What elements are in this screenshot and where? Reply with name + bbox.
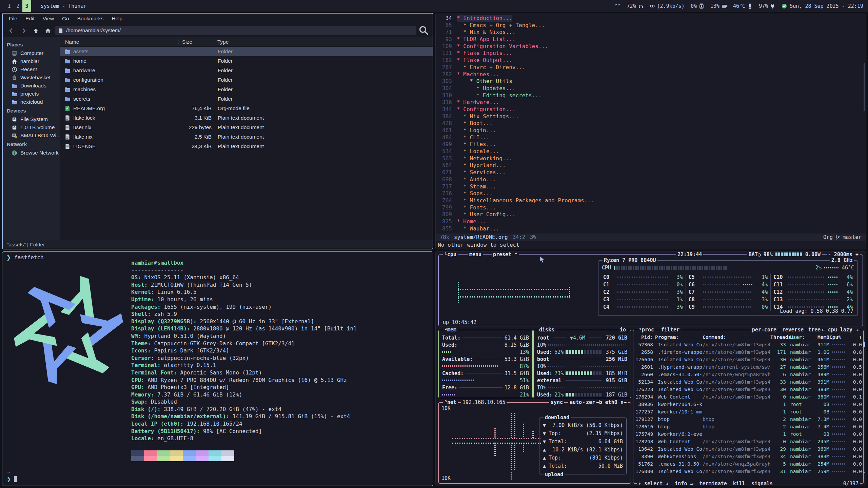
terminal-window[interactable]: ❯ fastfetch nambiar@smallbox------------…: [2, 251, 433, 486]
filter-button[interactable]: filter: [660, 327, 681, 333]
workspace-button-3[interactable]: 3: [22, 0, 31, 12]
workspace-button-1[interactable]: 1: [5, 0, 14, 12]
workspace-button-2[interactable]: 2: [14, 0, 22, 12]
process-row[interactable]: 179127btopbtop2nambiar7.3M0.0: [633, 415, 863, 423]
disks-box-label[interactable]: disks: [538, 327, 556, 333]
process-table-header[interactable]: Pid:Program:Command:Threads:User:MemBCpu…: [633, 333, 863, 341]
proc-action-terminate[interactable]: terminate: [699, 481, 727, 486]
proc-header-program[interactable]: Program:: [655, 334, 703, 340]
status-module-cpu[interactable]: 0%: [691, 3, 704, 9]
proc-action-select[interactable]: ↑ select ↓: [638, 481, 669, 486]
status-module-idle-inhibitor[interactable]: ᶻᶻ: [614, 3, 620, 9]
process-row[interactable]: 178248Web Content/nix/store/sm8fmrf3wps4…: [633, 438, 863, 445]
proc-header-command[interactable]: Command:: [703, 334, 770, 340]
sidebar-item-browse-network[interactable]: Browse Network: [3, 149, 60, 157]
menu-go[interactable]: Go: [59, 15, 73, 23]
sidebar-item-smallbox-wi-[interactable]: SMALLBOX Wi...: [3, 131, 60, 140]
preset-button[interactable]: preset *: [492, 251, 519, 258]
file-row-hardware[interactable]: hardwareFolder: [60, 66, 433, 75]
status-module-battery[interactable]: 97%: [759, 3, 775, 9]
mem-box-label[interactable]: ²mem: [443, 327, 458, 333]
emacs-scrollbar[interactable]: [864, 13, 865, 233]
menu-edit[interactable]: Edit: [22, 15, 38, 23]
up-button[interactable]: [31, 26, 41, 35]
file-row-flake-nix[interactable]: flake.nix2,5 KiBPlain text document: [60, 132, 433, 142]
proc-box-label[interactable]: ⁴proc: [637, 327, 655, 333]
per-core-toggle[interactable]: per-core: [751, 327, 778, 333]
forward-button[interactable]: [18, 26, 28, 35]
status-module-memory[interactable]: 13%: [710, 3, 727, 9]
file-row-user-nix[interactable]: user.nix229 bytesPlain text document: [60, 123, 433, 132]
proc-header-cpu[interactable]: Cpu%: [829, 334, 849, 340]
menu-button[interactable]: menu: [468, 251, 483, 258]
sidebar-item-downloads[interactable]: Downloads: [3, 82, 60, 90]
net-auto-toggle[interactable]: auto: [568, 399, 583, 405]
file-row-flake-lock[interactable]: flake.lock3,1 KiBPlain text document: [60, 113, 433, 123]
proc-action-info[interactable]: info ↵: [675, 481, 693, 486]
proc-header-[interactable]: ↑: [849, 334, 862, 340]
sidebar-item-computer[interactable]: Computer: [3, 49, 60, 57]
process-row[interactable]: 176223Isolated Web Co/nix/store/sm8fmrf3…: [633, 386, 863, 393]
net-sync-toggle[interactable]: sync: [549, 399, 564, 405]
file-row-home[interactable]: homeFolder: [60, 56, 433, 66]
cpu-box-label[interactable]: ¹cpu: [443, 251, 458, 258]
column-header-name[interactable]: Name: [60, 39, 178, 45]
file-row-machines[interactable]: machinesFolder: [60, 85, 433, 94]
process-row[interactable]: 175749kworker/6:2-even1root0B0.0: [633, 430, 863, 438]
sidebar-item-1-0-tb-volume[interactable]: 1,0 TB Volume: [3, 123, 60, 131]
proc-action-signals[interactable]: signals: [751, 481, 773, 486]
status-module-updates[interactable]: [782, 3, 787, 9]
sidebar-item-projects[interactable]: projects: [3, 90, 60, 98]
status-module-temperature[interactable]: 46°C: [733, 3, 753, 9]
file-row-readme-org[interactable]: README.org76,4 KiBOrg-mode file: [60, 104, 433, 113]
process-row[interactable]: 176646Isolated Web Co/nix/store/sm8fmrf3…: [633, 356, 863, 363]
io-toggle[interactable]: io: [618, 327, 627, 333]
tree-toggle[interactable]: tree: [807, 327, 822, 333]
proc-header-memb[interactable]: MemB: [812, 334, 829, 340]
menu-view[interactable]: View: [39, 15, 57, 23]
emacs-buffer[interactable]: 34* Introduction...65 * Emacs + Org + Ta…: [436, 13, 866, 233]
workspace-switcher[interactable]: 123: [5, 0, 31, 12]
column-header-type[interactable]: Type: [214, 39, 433, 45]
process-row[interactable]: 178294Web Content/nix/store/sm8fmrf3wps4…: [633, 393, 863, 401]
process-row[interactable]: 52134Isolated Web Co/nix/store/sm8fmrf3w…: [633, 378, 863, 386]
home-button[interactable]: [43, 26, 53, 35]
process-row[interactable]: 2660.emacs-31.0.50-/nix/store/wnqz5pa8ra…: [633, 371, 863, 378]
path-bar[interactable]: /home/nambiar/system/: [55, 26, 416, 35]
process-row[interactable]: 176000Isolated Web Co/nix/store/sm8fmrf3…: [633, 468, 863, 475]
file-row-assets[interactable]: assetsFolder: [60, 47, 433, 56]
proc-header-user[interactable]: User:: [786, 334, 812, 340]
menu-bookmarks[interactable]: Bookmarks: [74, 15, 107, 23]
proc-header-pid[interactable]: Pid:: [635, 334, 655, 340]
menu-file[interactable]: File: [5, 15, 21, 23]
process-row[interactable]: 38936kworker/u64:6-kc1root0B0.0: [633, 401, 863, 408]
proc-action-kill[interactable]: kill: [733, 481, 745, 486]
scrollbar-thumb[interactable]: [864, 63, 865, 111]
sidebar-item-nextcloud[interactable]: nextcloud: [3, 98, 60, 106]
net-interface-switcher[interactable]: ←b eth0 n→: [595, 399, 628, 405]
process-row[interactable]: 2601.Hyprland-wrapp/run/current-system/s…: [633, 363, 863, 371]
sidebar-item-file-system[interactable]: File System: [3, 115, 60, 123]
process-row[interactable]: 3390WebExtensions/nix/store/sm8fmrf3wps4…: [633, 453, 863, 460]
process-row[interactable]: 178616btopbtop2nambiar7.4M0.0: [633, 423, 863, 430]
process-row[interactable]: 13642Isolated Web Co/nix/store/sm8fmrf3w…: [633, 445, 863, 453]
search-button[interactable]: [418, 26, 429, 35]
process-row[interactable]: 52368Isolated Web Co/nix/store/sm8fmrf3w…: [633, 341, 863, 348]
reverse-toggle[interactable]: reverse: [781, 327, 805, 333]
clock[interactable]: Sun, 28 Sep 2025 - 22:19: [790, 3, 863, 9]
proc-header-threads[interactable]: Threads:: [770, 334, 786, 340]
process-row[interactable]: 2658.firefox-wrappe/nix/store/sm8fmrf3wp…: [633, 348, 863, 356]
column-header-size[interactable]: Size: [178, 39, 214, 45]
status-module-network[interactable]: (2.9kb/s): [650, 3, 685, 9]
sidebar-item-nambiar[interactable]: nambiar: [3, 57, 60, 65]
file-row-secrets[interactable]: secretsFolder: [60, 94, 433, 104]
process-row[interactable]: 177257kworker/10:1-mm_1root0B0.0: [633, 408, 863, 415]
sidebar-item-recent[interactable]: Recent: [3, 65, 60, 74]
file-row-license[interactable]: LICENSE34,3 KiBPlain text document: [60, 142, 433, 151]
update-interval[interactable]: - 2000ms +: [827, 251, 860, 258]
sidebar-item-wastebasket[interactable]: Wastebasket: [3, 74, 60, 82]
file-row-configuration[interactable]: configurationFolder: [60, 75, 433, 85]
process-row[interactable]: 51762.emacs-31.0.50-/nix/store/wnqz5pa8r…: [633, 460, 863, 468]
menu-help[interactable]: Help: [108, 15, 126, 23]
status-module-volume[interactable]: 72%: [627, 3, 644, 9]
